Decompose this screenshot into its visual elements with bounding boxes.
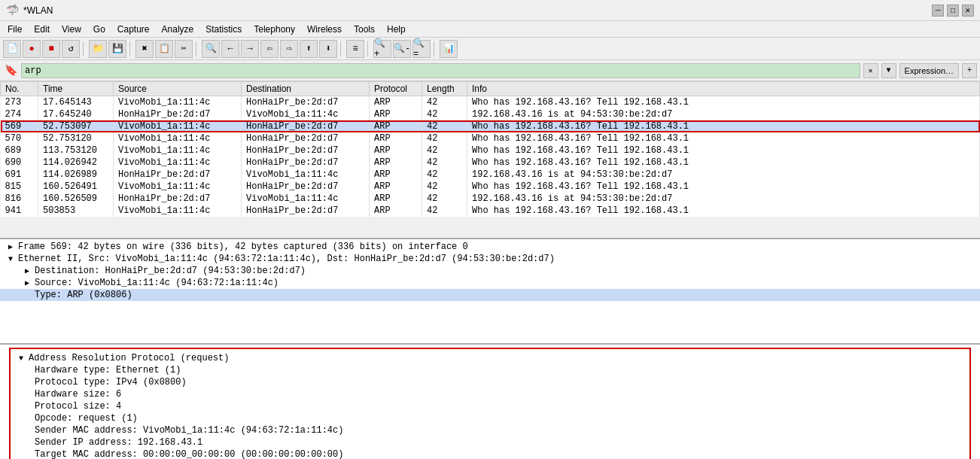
zoom-reset-btn[interactable]: 🔍= [412, 40, 431, 58]
btn11[interactable]: ← [221, 40, 239, 58]
arp-field-row[interactable]: Target MAC address: 00:00:00_00:00:00 (0… [17, 448, 963, 459]
app-icon: 🦈 [6, 4, 19, 17]
close-button[interactable]: ✕ [962, 5, 974, 17]
arp-header-row[interactable]: ▼ Address Resolution Protocol (request) [17, 352, 963, 364]
btn8[interactable]: 📋 [155, 40, 173, 58]
expression-button[interactable]: Expression… [899, 63, 959, 78]
btn14[interactable]: ⇨ [280, 40, 298, 58]
cell-no: 569 [1, 120, 38, 132]
table-row[interactable]: 690 114.026942 VivoMobi_1a:11:4c HonHaiP… [1, 157, 980, 169]
dest-expand-icon[interactable]: ▶ [23, 266, 32, 275]
cell-proto: ARP [370, 120, 422, 132]
btn9[interactable]: ✂ [175, 40, 193, 58]
btn13[interactable]: ⇦ [260, 40, 278, 58]
arp-header-text: Address Resolution Protocol (request) [29, 353, 229, 363]
cell-dst: HonHaiPr_be:2d:d7 [242, 181, 370, 193]
frame-detail-row[interactable]: ▶ Frame 569: 42 bytes on wire (336 bits)… [0, 241, 980, 253]
stop-btn[interactable]: ■ [42, 40, 60, 58]
ethernet-detail-row[interactable]: ▼ Ethernet II, Src: VivoMobi_1a:11:4c (9… [0, 253, 980, 265]
arp-field-row[interactable]: Opcode: request (1) [17, 412, 963, 424]
table-row[interactable]: 569 52.753097 VivoMobi_1a:11:4c HonHaiPr… [1, 120, 980, 132]
menu-capture[interactable]: Capture [111, 23, 156, 36]
ethernet-expand-icon[interactable]: ▼ [6, 254, 15, 263]
col-time[interactable]: Time [38, 82, 114, 96]
table-row[interactable]: 570 52.753120 VivoMobi_1a:11:4c HonHaiPr… [1, 132, 980, 144]
titlebar-controls: ─ □ ✕ [932, 5, 974, 17]
btn12[interactable]: → [241, 40, 259, 58]
menu-telephony[interactable]: Telephony [248, 23, 301, 36]
col-source[interactable]: Source [114, 82, 242, 96]
col-length[interactable]: Length [422, 82, 467, 96]
menu-statistics[interactable]: Statistics [199, 23, 248, 36]
arp-field-row[interactable]: Hardware type: Ethernet (1) [17, 364, 963, 376]
arp-field-row[interactable]: Protocol size: 4 [17, 400, 963, 412]
btn5[interactable]: 📁 [89, 40, 107, 58]
zoom-in-btn[interactable]: 🔍+ [373, 40, 391, 58]
filter-input[interactable] [21, 63, 860, 78]
sep6 [434, 41, 437, 56]
col-protocol[interactable]: Protocol [370, 82, 422, 96]
btn10[interactable]: 🔍 [202, 40, 220, 58]
menu-file[interactable]: File [2, 23, 28, 36]
table-row[interactable]: 273 17.645143 VivoMobi_1a:11:4c HonHaiPr… [1, 96, 980, 109]
detail-panel[interactable]: ▶ Frame 569: 42 bytes on wire (336 bits)… [0, 239, 980, 345]
filter-clear-button[interactable]: ✕ [863, 63, 878, 78]
cell-info: Who has 192.168.43.16? Tell 192.168.43.1 [467, 157, 980, 169]
filter-add-button[interactable]: + [962, 63, 977, 78]
arp-field-row[interactable]: Sender MAC address: VivoMobi_1a:11:4c (9… [17, 424, 963, 436]
cell-dst: HonHaiPr_be:2d:d7 [242, 96, 370, 109]
cell-proto: ARP [370, 181, 422, 193]
cell-src: HonHaiPr_be:2d:d7 [114, 169, 242, 181]
btn15[interactable]: ⬆ [300, 40, 318, 58]
zoom-out-btn[interactable]: 🔍- [393, 40, 411, 58]
src-expand-icon[interactable]: ▶ [23, 278, 32, 287]
menu-edit[interactable]: Edit [28, 23, 56, 36]
btn17[interactable]: ≡ [346, 40, 364, 58]
col-destination[interactable]: Destination [242, 82, 370, 96]
table-row[interactable]: 941 503853 VivoMobi_1a:11:4c HonHaiPr_be… [1, 205, 980, 217]
btn16[interactable]: ⬇ [319, 40, 337, 58]
btn6[interactable]: 💾 [108, 40, 126, 58]
table-row[interactable]: 815 160.526491 VivoMobi_1a:11:4c HonHaiP… [1, 181, 980, 193]
menu-wireless[interactable]: Wireless [301, 23, 348, 36]
cell-len: 42 [422, 169, 467, 181]
cell-src: VivoMobi_1a:11:4c [114, 132, 242, 144]
menu-tools[interactable]: Tools [348, 23, 381, 36]
ethernet-detail-text: Ethernet II, Src: VivoMobi_1a:11:4c (94:… [18, 254, 555, 264]
arp-field-row[interactable]: Hardware size: 6 [17, 388, 963, 400]
restart-btn[interactable]: ↺ [62, 40, 80, 58]
frame-expand-icon[interactable]: ▶ [6, 242, 15, 251]
cell-dst: HonHaiPr_be:2d:d7 [242, 205, 370, 217]
cell-info: Who has 192.168.43.16? Tell 192.168.43.1 [467, 132, 980, 144]
new-btn[interactable]: 📄 [3, 40, 21, 58]
table-row[interactable]: 691 114.026989 HonHaiPr_be:2d:d7 VivoMob… [1, 169, 980, 181]
cell-info: Who has 192.168.43.16? Tell 192.168.43.1 [467, 96, 980, 109]
table-row[interactable]: 689 113.753120 VivoMobi_1a:11:4c HonHaiP… [1, 144, 980, 157]
table-row[interactable]: 274 17.645240 HonHaiPr_be:2d:d7 VivoMobi… [1, 108, 980, 120]
open-btn[interactable]: ● [23, 40, 41, 58]
menu-analyze[interactable]: Analyze [156, 23, 200, 36]
maximize-button[interactable]: □ [947, 5, 959, 17]
menu-help[interactable]: Help [381, 23, 412, 36]
arp-field-row[interactable]: Protocol type: IPv4 (0x0800) [17, 376, 963, 388]
hex-panel[interactable]: ▼ Address Resolution Protocol (request) … [0, 345, 980, 459]
cell-info: 192.168.43.16 is at 94:53:30:be:2d:d7 [467, 108, 980, 120]
graph-btn[interactable]: 📊 [440, 40, 458, 58]
filter-dropdown-button[interactable]: ▼ [881, 63, 896, 78]
type-detail-row[interactable]: Type: ARP (0x0806) [0, 289, 980, 301]
arp-field-row[interactable]: Sender IP address: 192.168.43.1 [17, 436, 963, 448]
cell-time: 52.753120 [38, 132, 114, 144]
menu-view[interactable]: View [56, 23, 87, 36]
table-row[interactable]: 816 160.526509 HonHaiPr_be:2d:d7 VivoMob… [1, 193, 980, 205]
menu-go[interactable]: Go [87, 23, 111, 36]
source-detail-row[interactable]: ▶ Source: VivoMobi_1a:11:4c (94:63:72:1a… [0, 277, 980, 289]
col-no[interactable]: No. [1, 82, 38, 96]
destination-detail-row[interactable]: ▶ Destination: HonHaiPr_be:2d:d7 (94:53:… [0, 265, 980, 277]
arp-expand-icon[interactable]: ▼ [17, 354, 26, 363]
minimize-button[interactable]: ─ [932, 5, 944, 17]
cell-dst: VivoMobi_1a:11:4c [242, 169, 370, 181]
packet-list[interactable]: No. Time Source Destination Protocol Len… [0, 81, 980, 239]
cell-no: 689 [1, 144, 38, 157]
btn7[interactable]: ✖ [135, 40, 154, 58]
col-info[interactable]: Info [467, 82, 980, 96]
